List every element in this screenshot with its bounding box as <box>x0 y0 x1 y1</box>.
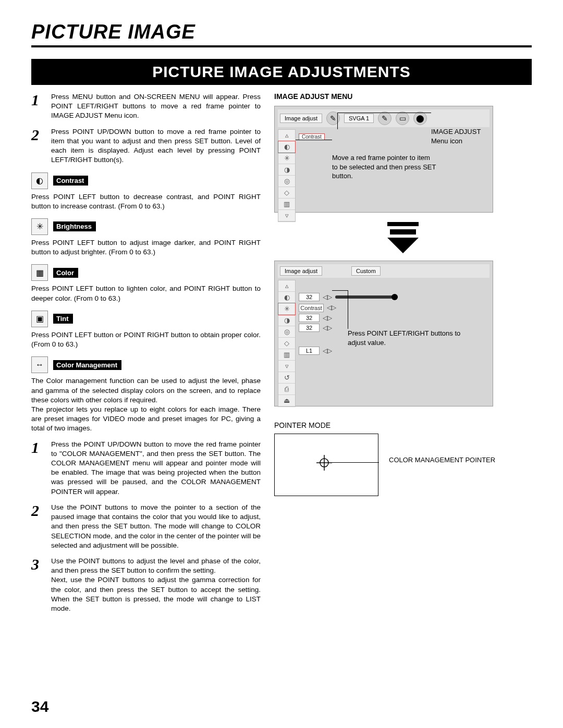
step-number: 2 <box>31 503 44 550</box>
side-down-icon[interactable]: ▿ <box>278 210 295 221</box>
tint-text: Press POINT LEFT button or POINT RIGHT b… <box>31 330 261 349</box>
side-up-icon[interactable]: ▵ <box>278 130 295 141</box>
menu-side-icons-2: ▵ ◐ ✳ ◑ ◎ ◇ ▥ ▿ ↺ ⎙ ⏏ <box>278 280 296 407</box>
step-text: Use the POINT buttons to adjust the leve… <box>51 557 261 613</box>
menu-panel-1: Image adjust ✎ SVGA 1 ✎ ▭ ⬤ ▵ ◐ ✳ ◑ ◎ ◇ … <box>274 106 493 213</box>
step-b1: 1 Press the POINT UP/DOWN button to move… <box>31 440 261 497</box>
contrast-text: Press POINT LEFT button to decrease cont… <box>31 192 261 211</box>
brightness-text: Press POINT LEFT button to adjust image … <box>31 238 261 257</box>
menu-tab-svga1[interactable]: SVGA 1 <box>344 114 374 123</box>
page-number: 34 <box>31 698 48 715</box>
adjust-tint: ▣ Tint Press POINT LEFT button or POINT … <box>31 311 261 349</box>
slider-knob-icon[interactable]: ◁▷ <box>323 293 332 301</box>
menu-panel-2: Image adjust Custom ▵ ◐ ✳ ◑ ◎ ◇ ▥ ▿ ↺ ⎙ … <box>274 261 493 406</box>
pointer-mode-heading: POINTER MODE <box>274 421 532 429</box>
side-contrast-icon[interactable]: ◐ <box>278 141 295 153</box>
brightness-icon: ✳ <box>31 218 48 235</box>
slider-row-contrast[interactable]: 32 ◁▷ <box>299 293 486 301</box>
tint-icon: ▣ <box>31 311 48 327</box>
menu-side-icons: ▵ ◐ ✳ ◑ ◎ ◇ ▥ ▿ <box>278 129 296 222</box>
side-brightness-icon[interactable]: ✳ <box>278 303 295 315</box>
value-tint: 32 <box>299 324 320 332</box>
side-down-icon[interactable]: ▿ <box>278 361 295 372</box>
annot-adjust-value: Press POINT LEFT/RIGHT buttons to adjust… <box>348 329 462 347</box>
slider-knob-icon[interactable]: ◁▷ <box>327 304 336 311</box>
annot-image-adjust-icon: IMAGE ADJUST Menu icon <box>431 127 499 145</box>
slider-knob-icon[interactable]: ◁▷ <box>323 324 332 331</box>
color-text: Press POINT LEFT button to lighten color… <box>31 284 261 303</box>
step-b2: 2 Use the POINT buttons to move the poin… <box>31 503 261 550</box>
color-management-icon: ↔ <box>31 356 48 373</box>
slider-row-brightness[interactable]: Contrast ◁▷ <box>299 303 486 312</box>
step-number: 3 <box>31 557 44 613</box>
menu-tab-custom[interactable]: Custom <box>351 266 381 276</box>
step-text: Use the POINT buttons to move the pointe… <box>51 503 261 550</box>
step-number: 1 <box>31 440 44 497</box>
side-store-icon[interactable]: ⎙ <box>278 384 295 395</box>
side-tint-icon[interactable]: ◎ <box>278 326 295 338</box>
adjust-brightness: ✳ Brightness Press POINT LEFT button to … <box>31 218 261 257</box>
annot-move-pointer: Move a red frame pointer to item to be s… <box>332 153 436 181</box>
slider-knob-icon[interactable]: ◁▷ <box>323 347 332 354</box>
side-contrast-icon[interactable]: ◐ <box>278 292 295 303</box>
image-adjust-menu-heading: IMAGE ADJUST MENU <box>274 92 532 101</box>
menu-icon-adjust[interactable]: ✎ <box>326 112 340 125</box>
slider-bar[interactable] <box>335 295 398 299</box>
contrast-label: Contrast <box>53 176 88 186</box>
side-up-icon[interactable]: ▵ <box>278 280 295 292</box>
side-gamma-icon[interactable]: ▥ <box>278 199 295 210</box>
side-reset-icon[interactable]: ↺ <box>278 372 295 384</box>
section-banner: PICTURE IMAGE ADJUSTMENTS <box>31 59 532 85</box>
adjust-color: ▦ Color Press POINT LEFT button to light… <box>31 264 261 303</box>
color-label: Color <box>53 268 78 278</box>
adjust-color-management: ↔ Color Management The Color management … <box>31 356 261 433</box>
menu-top-bar: Image adjust Custom <box>278 264 489 278</box>
down-arrow-icon <box>387 222 419 253</box>
brightness-label: Brightness <box>53 221 96 231</box>
pointer-mode-box <box>274 434 378 496</box>
side-color-icon[interactable]: ◑ <box>278 315 295 326</box>
color-icon: ▦ <box>31 264 48 281</box>
step-b3: 3 Use the POINT buttons to adjust the le… <box>31 557 261 613</box>
slider-row-l1[interactable]: L1 ◁▷ <box>299 347 486 355</box>
menu-tab-image-adjust[interactable]: Image adjust <box>280 114 322 123</box>
step-text: Press POINT UP/DOWN button to move a red… <box>51 127 261 165</box>
side-tint-icon[interactable]: ◎ <box>278 176 295 187</box>
side-color-icon[interactable]: ◑ <box>278 164 295 176</box>
right-column: IMAGE ADJUST MENU Image adjust ✎ SVGA 1 … <box>274 92 532 620</box>
step-text: Press the POINT UP/DOWN button to move t… <box>51 440 261 497</box>
side-cm-icon[interactable]: ◇ <box>278 338 295 349</box>
page-title: PICTURE IMAGE <box>31 21 532 47</box>
step-text: Press MENU button and ON-SCREEN MENU wil… <box>51 92 261 121</box>
contrast-icon: ◐ <box>31 172 48 189</box>
value-color: 32 <box>299 314 320 322</box>
slider-row-color[interactable]: 32 ◁▷ <box>299 314 486 322</box>
value-brightness-tooltip: Contrast <box>299 304 324 312</box>
value-contrast: 32 <box>299 293 320 301</box>
tint-label: Tint <box>53 314 73 324</box>
menu-icon-c[interactable]: ⬤ <box>413 112 427 125</box>
step-number: 1 <box>31 92 44 121</box>
value-l1: L1 <box>299 347 320 355</box>
leader-line <box>332 462 379 463</box>
step-a2: 2 Press POINT UP/DOWN button to move a r… <box>31 127 261 165</box>
adjust-contrast: ◐ Contrast Press POINT LEFT button to de… <box>31 172 261 211</box>
pointer-label: COLOR MANAGEMENT POINTER <box>389 455 495 465</box>
menu-icon-b[interactable]: ▭ <box>396 112 409 125</box>
menu-icon-a[interactable]: ✎ <box>378 112 391 125</box>
color-management-pointer-icon <box>316 455 332 471</box>
side-brightness-icon[interactable]: ✳ <box>278 153 295 164</box>
side-quit-icon[interactable]: ⏏ <box>278 395 295 406</box>
side-gamma-icon[interactable]: ▥ <box>278 349 295 361</box>
color-management-label: Color Management <box>53 360 121 370</box>
side-cm-icon[interactable]: ◇ <box>278 187 295 199</box>
step-number: 2 <box>31 127 44 165</box>
slider-knob-icon[interactable]: ◁▷ <box>323 314 332 322</box>
menu-tab-image-adjust-2[interactable]: Image adjust <box>280 266 322 276</box>
step-a1: 1 Press MENU button and ON-SCREEN MENU w… <box>31 92 261 121</box>
color-management-text: The Color management function can be use… <box>31 376 261 433</box>
left-column: 1 Press MENU button and ON-SCREEN MENU w… <box>31 92 261 620</box>
